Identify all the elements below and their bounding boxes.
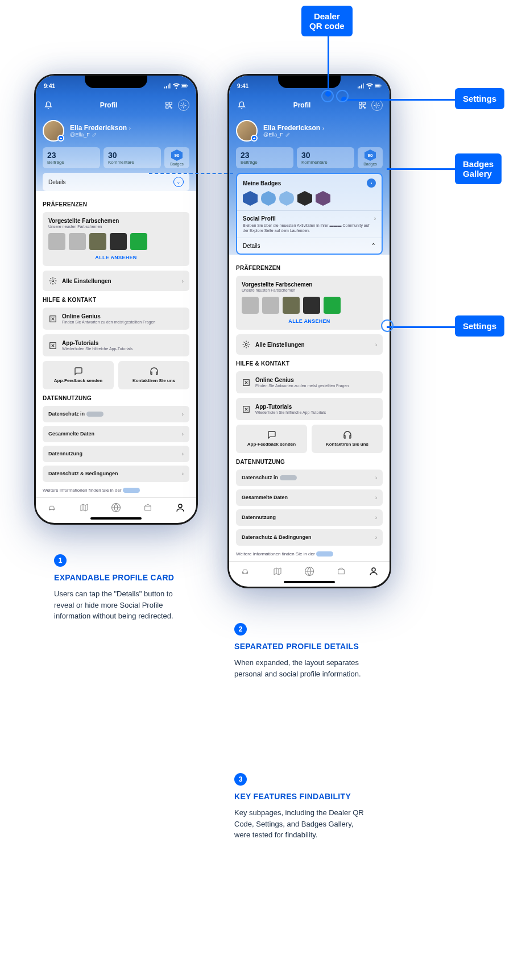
qr-icon[interactable]	[357, 99, 368, 111]
swatch[interactable]	[324, 297, 341, 314]
avatar-add-icon[interactable]: +	[251, 135, 258, 142]
home-indicator[interactable]	[90, 517, 142, 520]
badge-circle[interactable]	[261, 191, 276, 206]
profile-name[interactable]: Ella Frederickson›	[263, 124, 324, 132]
data-row[interactable]: Datenschutz & Bedingungen›	[43, 466, 189, 482]
contact-card[interactable]: Kontaktiren Sie uns	[118, 361, 189, 389]
data-row[interactable]: Gesammelte Daten›	[43, 426, 189, 442]
profile-handle[interactable]: @Ella_F	[70, 132, 131, 138]
og-sub: Finden Sie Antworten zu den meist gestel…	[255, 384, 377, 388]
data-row[interactable]: Datenschutz in ›	[43, 406, 189, 422]
badge-hex[interactable]	[316, 191, 330, 206]
swatch[interactable]	[89, 233, 106, 250]
stat-comments[interactable]: 30Kommentare	[103, 147, 161, 168]
stat-posts[interactable]: 23Beiträge	[43, 147, 100, 168]
avatar[interactable]: +	[236, 120, 258, 142]
tab-globe-icon[interactable]	[110, 503, 122, 513]
stat-comments[interactable]: 30Kommentare	[297, 147, 354, 168]
swatch[interactable]	[242, 297, 259, 314]
chevron-right-icon: ›	[322, 126, 324, 131]
svg-rect-13	[145, 506, 151, 510]
tutorials-row[interactable]: App-TutorialsWiederholen Sie hilfreiche …	[236, 398, 383, 420]
battery-icon	[181, 83, 188, 89]
swatch[interactable]	[110, 233, 127, 250]
color-sub: Unsere neusten Farbschemen	[48, 225, 184, 229]
status-icons	[164, 83, 188, 89]
header-title: Profil	[100, 101, 118, 109]
social-profile-section[interactable]: Social Profil› Bleiben Sie über die neue…	[237, 211, 382, 238]
phone-expanded: 9:41 Profil + Ella Frederickson› @Ella_F…	[227, 74, 391, 588]
stat-badges[interactable]: 90Badges	[164, 147, 189, 168]
data-row-label: Datenschutz & Bedingungen	[242, 534, 312, 540]
tab-map-icon[interactable]	[271, 566, 284, 576]
home-indicator[interactable]	[284, 581, 335, 583]
badge-hex[interactable]	[297, 191, 312, 206]
tut-sub: Wiederholen Sie hilfreiche App-Tutorials	[62, 347, 184, 351]
tab-globe-icon[interactable]	[303, 566, 316, 576]
data-row[interactable]: Datennutzung›	[236, 509, 383, 526]
data-row[interactable]: Datenschutz in ›	[236, 470, 383, 486]
tab-dealer-icon[interactable]	[335, 566, 347, 576]
swatch[interactable]	[283, 297, 300, 314]
expanded-profile-card: Meine Badges› Social Profil› Bleiben Sie…	[236, 173, 383, 255]
see-all-link[interactable]: ALLE ANSEHEN	[242, 314, 377, 324]
tab-car-icon[interactable]	[45, 503, 58, 513]
feedback-card[interactable]: App-Feedback senden	[43, 361, 114, 389]
tab-map-icon[interactable]	[78, 503, 90, 513]
gear-icon[interactable]	[371, 99, 383, 111]
qr-icon[interactable]	[163, 99, 175, 111]
callout-settings2: Settings	[455, 315, 504, 337]
data-row[interactable]: Gesammelte Daten›	[236, 489, 383, 506]
chevron-down-icon: ⌄	[173, 177, 184, 187]
stat-badges[interactable]: 90Badges	[358, 147, 383, 168]
tab-profile-icon[interactable]	[174, 503, 187, 513]
chevron-right-icon: ›	[182, 431, 184, 437]
data-row[interactable]: Datenschutz & Bedingungen›	[236, 529, 383, 546]
color-sub: Unsere neusten Farbschemen	[242, 288, 377, 292]
swatch[interactable]	[48, 233, 65, 250]
swatch[interactable]	[303, 297, 320, 314]
feedback-card[interactable]: App-Feedback senden	[236, 425, 307, 453]
contact-card[interactable]: Kontaktiren Sie uns	[312, 425, 383, 453]
tab-car-icon[interactable]	[239, 566, 251, 576]
profile-row[interactable]: + Ella Frederickson› @Ella_F	[43, 120, 189, 142]
online-genius-row[interactable]: Online GeniusFinden Sie Antworten zu den…	[236, 371, 383, 393]
profile-name[interactable]: Ella Frederickson›	[70, 124, 131, 132]
swatches	[242, 297, 377, 314]
avatar[interactable]: +	[43, 120, 64, 142]
online-genius-row[interactable]: Online GeniusFinden Sie Antworten zu den…	[43, 308, 189, 330]
all-settings-row[interactable]: Alle Einstellungen ›	[43, 271, 189, 291]
swatch[interactable]	[69, 233, 86, 250]
bell-icon[interactable]	[236, 99, 247, 111]
bell-icon[interactable]	[43, 99, 54, 111]
help-two-col: App-Feedback senden Kontaktiren Sie uns	[236, 425, 383, 453]
preferences-heading: PRÄFERENZEN	[236, 265, 383, 271]
tab-dealer-icon[interactable]	[142, 503, 154, 513]
swatch[interactable]	[130, 233, 147, 250]
data-row-label: Datenschutz & Bedingungen	[48, 471, 118, 476]
og-sub: Finden Sie Antworten zu den meist gestel…	[62, 320, 184, 324]
og-title: Online Genius	[255, 377, 377, 383]
profile-handle[interactable]: @Ella_F	[263, 132, 324, 138]
badge-hex[interactable]	[243, 191, 258, 206]
all-settings-row[interactable]: Alle Einstellungen ›	[236, 334, 383, 355]
section-data: DATENNUTZUNG Datenschutz in › Gesammelte…	[36, 395, 196, 488]
gear-icon[interactable]	[178, 99, 189, 111]
see-all-link[interactable]: ALLE ANSEHEN	[48, 250, 184, 260]
tutorials-row[interactable]: App-TutorialsWiederholen Sie hilfreiche …	[43, 334, 189, 356]
swatch[interactable]	[262, 297, 279, 314]
stat-posts[interactable]: 23Beiträge	[236, 147, 293, 168]
box-x-icon	[48, 341, 57, 350]
profile-row[interactable]: + Ella Frederickson› @Ella_F	[236, 120, 383, 142]
details-toggle[interactable]: Details ⌄	[43, 173, 189, 191]
svg-rect-16	[375, 85, 380, 86]
details-collapse[interactable]: Details ⌃	[237, 238, 382, 254]
data-row[interactable]: Datennutzung›	[43, 446, 189, 462]
badge-circle[interactable]	[279, 191, 294, 206]
stat-comments-lbl: Kommentare	[108, 160, 156, 165]
badge-hex-icon: 90	[365, 150, 376, 161]
tab-bar	[229, 561, 390, 579]
avatar-add-icon[interactable]: +	[57, 135, 64, 142]
tab-profile-icon[interactable]	[367, 566, 380, 576]
badges-section[interactable]: Meine Badges›	[237, 174, 382, 211]
